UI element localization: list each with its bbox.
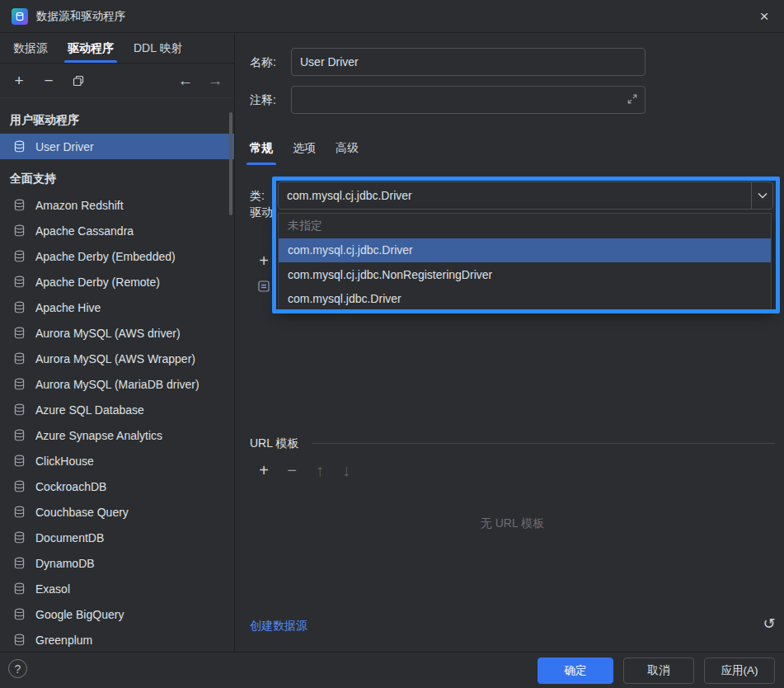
sidebar-item[interactable]: Exasol: [0, 576, 234, 601]
sidebar-item[interactable]: ClickHouse: [0, 448, 234, 474]
move-down-icon[interactable]: ↓: [338, 462, 354, 478]
remove-icon[interactable]: −: [41, 73, 56, 88]
sidebar-item-label: DocumentDB: [35, 531, 104, 544]
title-bar: 数据源和驱动程序 ×: [0, 0, 784, 33]
dropdown-option[interactable]: com.mysql.jdbc.Driver: [279, 287, 771, 311]
derby-remote-icon: [12, 276, 26, 289]
remove-url-icon[interactable]: −: [284, 462, 300, 478]
tab-1[interactable]: 选项: [283, 132, 326, 165]
sidebar-item[interactable]: Apache Derby (Embedded): [0, 243, 234, 269]
sidebar-item[interactable]: CockroachDB: [0, 474, 234, 499]
driver-class-combobox[interactable]: com.mysql.cj.jdbc.Driver: [278, 181, 773, 210]
sidebar-item-label: User Driver: [35, 140, 94, 153]
sidebar-item[interactable]: DocumentDB: [0, 525, 234, 550]
azure-synapse-icon: [12, 429, 26, 442]
sidebar-item[interactable]: Amazon Redshift: [0, 192, 234, 218]
url-templates-empty-text: 无 URL 模板: [250, 474, 775, 573]
derby-embedded-icon: [12, 250, 26, 263]
add-icon[interactable]: +: [12, 73, 26, 88]
driver-class-value: com.mysql.cj.jdbc.Driver: [279, 189, 751, 202]
sidebar-item-label: Aurora MySQL (AWS driver): [35, 327, 181, 340]
ok-button[interactable]: 确定: [538, 657, 613, 684]
group-header: 用户驱动程序: [0, 106, 234, 134]
sidebar-item-label: CockroachDB: [35, 480, 106, 493]
section-separator: [312, 443, 775, 444]
add-url-icon[interactable]: +: [256, 462, 272, 478]
dropdown-option[interactable]: 未指定: [279, 214, 771, 238]
driver-file-icon[interactable]: [256, 278, 272, 295]
aurora-mysql-icon: [12, 378, 26, 391]
documentdb-icon: [12, 531, 26, 544]
sidebar-item[interactable]: Apache Cassandra: [0, 218, 234, 243]
sidebar-item-label: Apache Cassandra: [35, 224, 134, 238]
sidebar-item-label: Apache Hive: [35, 301, 101, 314]
azure-sql-icon: [12, 403, 26, 417]
driver-list: 用户驱动程序User Driver全面支持Amazon RedshiftApac…: [0, 99, 234, 652]
cockroachdb-icon: [12, 480, 26, 493]
close-icon[interactable]: ×: [754, 7, 774, 26]
sidebar-item[interactable]: Azure SQL Database: [0, 397, 234, 422]
user-driver-icon: [12, 140, 26, 153]
dropdown-option[interactable]: com.mysql.cj.jdbc.Driver: [279, 238, 771, 263]
sidebar-item-label: Google BigQuery: [35, 608, 124, 621]
sidebar-item[interactable]: Apache Hive: [0, 295, 234, 320]
window-title: 数据源和驱动程序: [36, 9, 125, 24]
tab-2[interactable]: 高级: [326, 132, 369, 165]
cassandra-icon: [12, 224, 26, 238]
dynamodb-icon: [12, 557, 26, 570]
hive-icon: [12, 301, 26, 314]
dropdown-option[interactable]: com.mysql.cj.jdbc.NonRegisteringDriver: [279, 262, 771, 287]
sidebar-item[interactable]: Aurora MySQL (MariaDB driver): [0, 371, 234, 397]
create-data-source-link[interactable]: 创建数据源: [250, 618, 307, 633]
left-panel: 数据源驱动程序DDL 映射 + − ← → 用户驱动程序User Driver全…: [0, 34, 235, 652]
sidebar-item[interactable]: Google BigQuery: [0, 601, 234, 627]
tab-2[interactable]: DDL 映射: [124, 34, 192, 63]
sidebar-item-label: Exasol: [35, 582, 70, 596]
aurora-mysql-icon: [12, 352, 26, 365]
copy-icon[interactable]: [71, 73, 86, 88]
apply-button[interactable]: 应用(A): [704, 657, 775, 684]
sidebar-item[interactable]: Couchbase Query: [0, 499, 234, 525]
chevron-down-icon[interactable]: [751, 182, 772, 209]
sidebar-item[interactable]: Azure Synapse Analytics: [0, 422, 234, 448]
sidebar-item[interactable]: Aurora MySQL (AWS driver): [0, 320, 234, 346]
sidebar-item[interactable]: Apache Derby (Remote): [0, 269, 234, 295]
driver-settings-panel: 名称: 注释: 常规选项高级 类: 驱动 + com.mysql.cj.jdbc…: [236, 34, 784, 652]
move-up-icon[interactable]: ↑: [312, 462, 328, 478]
cancel-button[interactable]: 取消: [623, 657, 694, 684]
dialog-footer: ? 确定 取消 应用(A): [0, 652, 784, 688]
driver-files-label: 驱动: [250, 205, 273, 219]
sidebar-item-label: Couchbase Query: [35, 506, 129, 519]
couchbase-icon: [12, 506, 26, 519]
form-tabs: 常规选项高级: [240, 132, 369, 165]
sidebar-item-label: Aurora MySQL (AWS Wrapper): [35, 352, 195, 365]
sidebar-item[interactable]: Greenplum: [0, 627, 234, 652]
back-icon[interactable]: ←: [178, 73, 193, 88]
sidebar-item[interactable]: Aurora MySQL (AWS Wrapper): [0, 346, 234, 371]
name-input[interactable]: [291, 48, 646, 76]
tab-1[interactable]: 驱动程序: [58, 34, 124, 63]
left-tabs: 数据源驱动程序DDL 映射: [0, 34, 234, 64]
forward-icon[interactable]: →: [208, 73, 223, 88]
redshift-icon: [12, 199, 26, 212]
tab-0[interactable]: 数据源: [3, 34, 58, 63]
sidebar-item-label: DynamoDB: [35, 557, 95, 570]
group-header: 全面支持: [0, 164, 234, 192]
help-icon[interactable]: ?: [8, 659, 27, 678]
sidebar-item-label: Apache Derby (Embedded): [35, 250, 176, 263]
driver-class-dropdown: 未指定com.mysql.cj.jdbc.Drivercom.mysql.cj.…: [278, 213, 772, 310]
bigquery-icon: [12, 608, 26, 621]
sidebar-item[interactable]: User Driver: [0, 134, 234, 159]
sidebar-item-label: Greenplum: [35, 634, 92, 647]
comment-input[interactable]: [291, 86, 646, 114]
comment-label: 注释:: [250, 92, 276, 107]
sidebar-item-label: Azure SQL Database: [35, 403, 144, 417]
list-scrollbar[interactable]: [229, 112, 232, 215]
sidebar-item-label: Azure Synapse Analytics: [35, 429, 162, 442]
sidebar-item[interactable]: DynamoDB: [0, 550, 234, 576]
add-driver-file-icon[interactable]: +: [256, 252, 272, 269]
undo-icon[interactable]: ↺: [760, 615, 778, 633]
expand-icon[interactable]: [627, 93, 638, 107]
url-templates-title: URL 模板: [250, 436, 298, 450]
tab-0[interactable]: 常规: [240, 132, 283, 165]
